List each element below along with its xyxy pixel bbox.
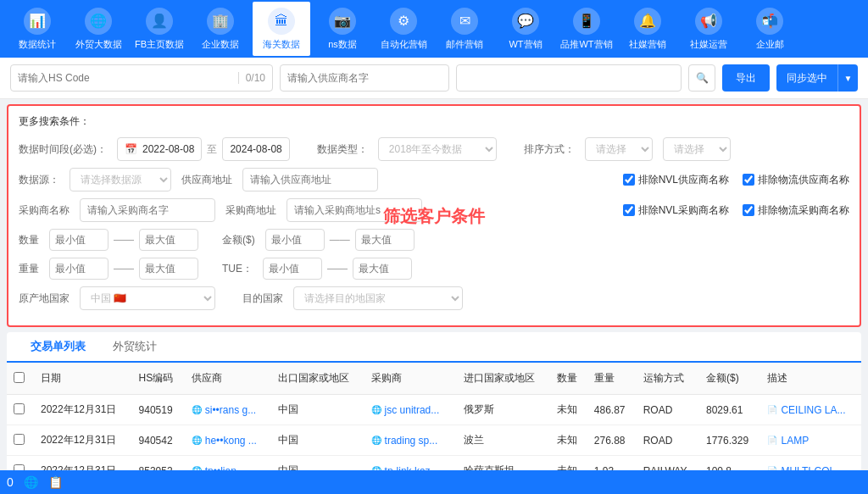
tab-transaction[interactable]: 交易单列表 [17,332,99,363]
origin-select[interactable]: 中国 🇨🇳 [80,286,215,310]
customs-icon: 🏛 [268,8,295,35]
sort-select-1[interactable]: 请选择 [585,137,653,161]
nav-foreign[interactable]: 🌐 外贸大数据 [68,0,129,58]
row-supplier[interactable]: 🌐 he••kong ... [185,425,271,456]
export-button[interactable]: 导出 [722,64,770,92]
nav-fb-label: FB主页数据 [135,38,184,51]
keyword-input[interactable]: lamps [456,64,682,92]
table-row: 2022年12月31日 940542 🌐 he••kong ... 中国 🌐 t… [7,425,861,456]
stats-icon: 📊 [24,8,51,35]
nav-email[interactable]: ✉ 邮件营销 [434,0,495,58]
header-amount: 金额($) [699,363,760,395]
hs-code-input[interactable] [11,72,238,84]
checkbox-nvl-supplier[interactable]: 排除NVL供应商名称 [623,173,729,187]
search-button[interactable]: 🔍 [688,64,715,92]
checkbox-logistics-supplier[interactable]: 排除物流供应商名称 [743,173,849,187]
checkbox-logistics-supplier-input[interactable] [743,174,754,186]
nav-enterprise[interactable]: 🏢 企业数据 [190,0,251,58]
origin-label: 原产地国家 [19,291,70,306]
row-checkbox-0[interactable] [14,403,25,414]
nav-social[interactable]: 🔔 社媒营销 [617,0,678,58]
buyer-name-input[interactable] [80,198,215,222]
nav-pushwt-label: 品推WT营销 [560,38,612,51]
bottom-icon-zero[interactable]: 0 [7,475,14,489]
nav-fb[interactable]: 👤 FB主页数据 [129,0,190,58]
ins-icon: 📷 [329,8,356,35]
date-from-input[interactable]: 📅 2022-08-08 [117,137,202,161]
qty-dash: —— [114,234,134,246]
source-label: 数据源： [19,173,59,187]
checkbox-logistics-buyer-input[interactable] [743,204,754,216]
table-row: 2022年12月31日 940519 🌐 si••rans g... 中国 🌐 … [7,395,861,425]
tue-dash: —— [327,263,348,275]
nav-ins[interactable]: 📷 ns数据 [312,0,373,58]
date-to-input[interactable]: 2024-08-08 [222,137,289,161]
checkbox-group-1: 排除NVL供应商名称 排除物流供应商名称 [623,173,849,187]
dest-select[interactable]: 请选择目的地国家 [293,286,463,310]
checkbox-nvl-buyer-input[interactable] [623,204,635,216]
search-icon: 🔍 [696,72,709,84]
sort-select-2[interactable]: 请选择 [663,137,731,161]
wt-icon: 💬 [512,8,539,35]
date-range: 📅 2022-08-08 至 2024-08-08 [117,137,290,161]
row-checkbox-1[interactable] [14,434,25,445]
qty-label: 数量 [19,233,39,247]
amount-max-val[interactable] [355,229,415,251]
tue-range: —— [263,258,412,280]
weight-max-input[interactable] [139,258,198,280]
bottom-icon-clipboard[interactable]: 📋 [48,475,63,489]
row-desc[interactable]: 📄 CEILING LA... [760,395,861,425]
nav-corp[interactable]: 📬 企业邮 [739,0,800,58]
amount-min-input[interactable] [265,229,325,251]
sync-dropdown-button[interactable]: ▼ [837,64,858,92]
nav-social2[interactable]: 📢 社媒运营 [678,0,739,58]
tue-label: TUE： [222,262,253,276]
tue-min-input[interactable] [263,258,322,280]
select-all-checkbox[interactable] [14,372,25,383]
header-checkbox-cell [7,363,34,395]
buyer-addr-input[interactable] [287,198,422,222]
tab-foreign-stats[interactable]: 外贸统计 [99,332,170,363]
nav-wt-label: WT营销 [509,38,542,51]
nav-customs-label: 海关数据 [263,38,300,51]
checkbox-logistics-buyer[interactable]: 排除物流采购商名称 [743,203,849,218]
nav-social-label: 社媒营销 [629,38,666,51]
row-buyer[interactable]: 🌐 jsc unitrad... [364,395,458,425]
nav-social2-label: 社媒运营 [690,38,727,51]
auto-icon: ⚙ [390,8,417,35]
weight-min-input[interactable] [49,258,108,280]
row-export-country: 中国 [271,395,364,425]
supplier-addr-label: 供应商地址 [181,173,232,187]
header-weight: 重量 [587,363,637,395]
nav-auto[interactable]: ⚙ 自动化营销 [373,0,434,58]
row-hs: 940519 [132,395,185,425]
checkbox-nvl-buyer[interactable]: 排除NVL采购商名称 [623,203,729,218]
supplier-name-input[interactable] [280,64,449,92]
dest-label: 目的国家 [242,291,283,306]
source-select[interactable]: 请选择数据源 [70,168,171,191]
hs-code-field[interactable]: 0/10 [10,64,273,92]
sync-button-group: 同步选中 ▼ [776,64,858,92]
nav-wt[interactable]: 💬 WT营销 [495,0,556,58]
data-type-select[interactable]: 2018年至今数据 [378,137,497,161]
qty-max-input[interactable] [139,229,198,251]
row-supplier[interactable]: 🌐 si••rans g... [185,395,271,425]
nav-customs[interactable]: 🏛 海关数据 [251,0,312,58]
row-transport: ROAD [637,425,699,456]
supplier-addr-input[interactable] [242,168,378,191]
row-buyer[interactable]: 🌐 trading sp... [364,425,458,456]
checkbox-nvl-supplier-input[interactable] [623,174,635,186]
bottom-icon-globe[interactable]: 🌐 [24,475,38,489]
nav-stats[interactable]: 📊 数据统计 [7,0,68,58]
calendar-icon: 📅 [125,143,137,155]
row-date: 2022年12月31日 [34,395,132,425]
sync-button[interactable]: 同步选中 [776,64,837,92]
checkbox-group-2: 排除NVL采购商名称 排除物流采购商名称 [623,203,849,218]
header-hs: HS编码 [132,363,185,395]
tue-max-input[interactable] [353,258,412,280]
nav-pushwt[interactable]: 📱 品推WT营销 [556,0,617,58]
filter-row-6: 原产地国家 中国 🇨🇳 目的国家 请选择目的地国家 [19,286,849,310]
row-transport: ROAD [637,395,699,425]
qty-min-input[interactable] [49,229,108,251]
row-desc[interactable]: 📄 LAMP [760,425,861,456]
